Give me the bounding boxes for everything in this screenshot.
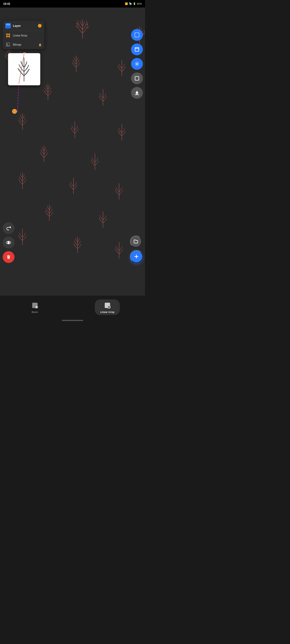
bottom-left-buttons — [3, 222, 15, 263]
right-toolbar — [131, 29, 143, 99]
bottom-right-buttons — [130, 236, 143, 263]
redo-button[interactable] — [3, 222, 15, 234]
visibility-button[interactable] — [3, 237, 15, 248]
basic-tab-icon — [31, 301, 39, 310]
settings-button[interactable] — [131, 58, 143, 70]
tab-bar: Basic Linear Array — [0, 295, 145, 322]
lock-icon: 🔒 — [38, 43, 42, 46]
svg-rect-20 — [6, 24, 10, 25]
folder-button[interactable] — [130, 236, 142, 247]
svg-rect-22 — [6, 27, 10, 28]
layer-header: Layer — [3, 21, 44, 31]
layer-stack-icon — [5, 23, 11, 28]
svg-rect-21 — [6, 25, 10, 26]
linear-array-tab-icon — [103, 301, 112, 310]
layer-title: Layer — [13, 24, 21, 27]
grid-icon — [5, 33, 11, 38]
bitmap-icon — [5, 42, 11, 47]
svg-rect-28 — [135, 33, 139, 37]
svg-rect-32 — [135, 76, 139, 80]
layer-active-dot — [38, 24, 42, 28]
tab-linear-array[interactable]: Linear Array — [95, 299, 120, 315]
crop-button[interactable] — [131, 43, 143, 55]
svg-rect-33 — [135, 94, 139, 95]
add-button[interactable] — [130, 250, 143, 263]
home-indicator — [62, 320, 83, 321]
layer-dropdown[interactable]: Layer Linear Array — [3, 21, 44, 49]
thumbnail-popup — [8, 53, 40, 85]
square-button[interactable] — [131, 72, 143, 84]
svg-point-24 — [7, 43, 8, 45]
fill-button[interactable] — [131, 87, 143, 99]
wifi-icon: 📶 — [125, 2, 128, 5]
svg-point-31 — [136, 63, 138, 65]
linear-array-label: Linear Array — [13, 34, 27, 37]
layer-item-linear-array[interactable]: Linear Array — [3, 31, 44, 40]
battery-icon: 🔋 — [133, 2, 136, 5]
status-icons: 📶 📡 🔋 62% — [125, 2, 142, 5]
battery-level: 62% — [137, 2, 142, 5]
tab-basic[interactable]: Basic — [25, 299, 45, 315]
select-rect-button[interactable] — [131, 29, 143, 41]
delete-button[interactable] — [3, 251, 15, 263]
layer-item-bitmap[interactable]: Bitmap 🔒 — [3, 40, 44, 49]
basic-tab-label: Basic — [32, 311, 38, 313]
status-bar: 19:43 📶 📡 🔋 62% — [0, 0, 145, 8]
status-time: 19:43 — [3, 2, 10, 5]
bitmap-label: Bitmap — [13, 43, 21, 46]
signal-icon: 📡 — [129, 2, 132, 5]
linear-array-tab-label: Linear Array — [100, 311, 114, 313]
canvas-area: Layer Linear Array — [0, 8, 145, 295]
svg-rect-29 — [135, 47, 139, 51]
svg-point-35 — [8, 242, 9, 243]
